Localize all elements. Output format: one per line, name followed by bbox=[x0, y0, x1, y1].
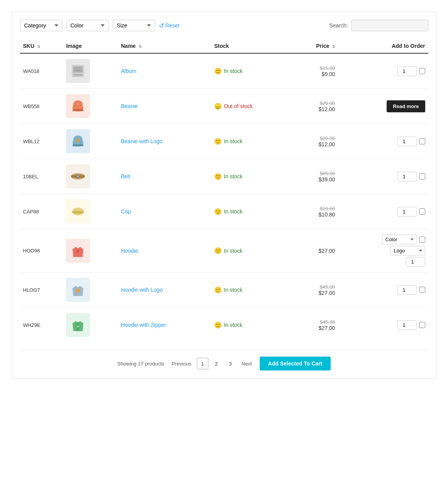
qty-checkbox-group bbox=[341, 137, 425, 146]
sku-cell: WB558 bbox=[20, 89, 63, 124]
variant-checkbox[interactable] bbox=[419, 237, 425, 243]
sku-cell: HLOG7 bbox=[20, 272, 63, 308]
sku-cell: WHZ9E bbox=[20, 308, 63, 343]
price-new: $39.00 bbox=[296, 176, 335, 183]
col-sku: SKU ⇅ bbox=[20, 39, 63, 53]
product-thumbnail bbox=[66, 239, 90, 263]
quantity-input[interactable] bbox=[397, 320, 417, 330]
previous-button[interactable]: Previous bbox=[169, 359, 194, 368]
price-old: $15.00 bbox=[296, 65, 335, 71]
stock-cell: 🙂In stock bbox=[211, 194, 292, 229]
in-stock-icon: 🙂 bbox=[214, 173, 222, 180]
stock-cell: 🙂In stock bbox=[211, 272, 292, 308]
page-3-button[interactable]: 3 bbox=[225, 358, 236, 369]
name-cell: Album bbox=[118, 53, 211, 89]
table-row: WBL12Beanie with Logo🙂In stock$20.00$12.… bbox=[20, 124, 428, 159]
table-row: 10BELBelt🙂In stock$65.00$39.00 bbox=[20, 159, 428, 194]
quantity-input[interactable] bbox=[397, 285, 417, 295]
product-name-link[interactable]: Album bbox=[121, 68, 136, 74]
in-stock-icon: 🙂 bbox=[214, 68, 222, 75]
name-cell: Belt bbox=[118, 159, 211, 194]
read-more-button[interactable]: Read more bbox=[387, 100, 425, 112]
in-stock-icon: 🙂 bbox=[214, 247, 222, 254]
name-cell: Cap bbox=[118, 194, 211, 229]
add-checkbox[interactable] bbox=[419, 138, 425, 144]
add-checkbox[interactable] bbox=[419, 68, 425, 74]
stock-label: In stock bbox=[224, 68, 242, 74]
svg-rect-20 bbox=[76, 289, 80, 293]
product-name-link[interactable]: Beanie with Logo bbox=[121, 138, 162, 144]
add-checkbox[interactable] bbox=[419, 322, 425, 328]
product-name-link[interactable]: Belt bbox=[121, 173, 130, 179]
svg-rect-10 bbox=[73, 144, 83, 146]
sku-sort-icon[interactable]: ⇅ bbox=[37, 44, 40, 49]
quantity-input[interactable] bbox=[406, 257, 425, 267]
qty-checkbox-group bbox=[341, 320, 425, 330]
image-cell bbox=[63, 229, 118, 272]
page-2-button[interactable]: 2 bbox=[211, 358, 222, 369]
price-old: $45.00 bbox=[296, 319, 335, 325]
svg-text:woo: woo bbox=[76, 69, 81, 71]
product-name-link[interactable]: Beanie bbox=[121, 103, 138, 109]
qty-checkbox-group bbox=[341, 285, 425, 295]
quantity-input[interactable] bbox=[397, 66, 417, 76]
product-name-link[interactable]: Hoodie bbox=[121, 248, 138, 254]
name-cell: Hoodie bbox=[118, 229, 211, 272]
svg-rect-3 bbox=[73, 74, 83, 76]
stock-label: In stock bbox=[224, 138, 242, 144]
category-filter[interactable]: Category bbox=[20, 20, 63, 31]
stock-cell: 🙂In stock bbox=[211, 124, 292, 159]
search-area: Search: bbox=[329, 20, 428, 31]
sku-cell: CAP88 bbox=[20, 194, 63, 229]
reset-button[interactable]: ↺ Reset bbox=[159, 22, 180, 29]
add-order-cell: Color Logo bbox=[338, 229, 428, 272]
table-row: HLOG7Hoodie with Logo🙂In stock$45.00$27.… bbox=[20, 272, 428, 308]
quantity-input[interactable] bbox=[397, 137, 417, 146]
footer-row: Showing 17 products Previous 1 2 3 Next … bbox=[20, 350, 428, 370]
logo-variant-select[interactable]: Logo bbox=[391, 246, 425, 255]
in-stock-icon: 🙂 bbox=[214, 286, 222, 294]
col-image: Image bbox=[63, 39, 118, 53]
price-cell: $18.00$10.80 bbox=[292, 194, 338, 229]
main-container: Category Color Size ↺ Reset Search: SKU … bbox=[12, 12, 436, 379]
color-filter[interactable]: Color bbox=[66, 20, 109, 31]
stock-cell: 🙂In stock bbox=[211, 159, 292, 194]
price-cell: $45.00$27.00 bbox=[292, 272, 338, 308]
image-cell bbox=[63, 89, 118, 124]
table-row: HOO98Hoodie🙂In stock$27.00 Color Logo bbox=[20, 229, 428, 272]
table-row: CAP88Cap🙂In stock$18.00$10.80 bbox=[20, 194, 428, 229]
col-stock: Stock bbox=[211, 39, 292, 53]
quantity-input[interactable] bbox=[397, 207, 417, 217]
stock-cell: 🙂In stock bbox=[211, 229, 292, 272]
product-name-link[interactable]: Cap bbox=[121, 208, 131, 215]
name-sort-icon[interactable]: ⇅ bbox=[139, 44, 142, 49]
add-checkbox[interactable] bbox=[419, 208, 425, 215]
in-stock-icon: 🙂 bbox=[214, 321, 222, 329]
price-new: $10.80 bbox=[296, 211, 335, 218]
product-thumbnail bbox=[66, 164, 90, 188]
add-order-cell bbox=[338, 124, 428, 159]
search-input[interactable] bbox=[351, 20, 428, 31]
image-cell bbox=[63, 194, 118, 229]
product-name-link[interactable]: Hoodie with Logo bbox=[121, 287, 162, 293]
svg-rect-6 bbox=[73, 109, 83, 111]
add-selected-to-cart-button[interactable]: Add Selected To Cart bbox=[260, 357, 331, 370]
search-label: Search: bbox=[329, 22, 348, 29]
quantity-input[interactable] bbox=[397, 172, 417, 181]
page-1-button[interactable]: 1 bbox=[197, 358, 208, 369]
add-checkbox[interactable] bbox=[419, 173, 425, 179]
price-sort-icon[interactable]: ⇅ bbox=[332, 44, 335, 49]
add-checkbox[interactable] bbox=[419, 287, 425, 293]
color-variant-select[interactable]: Color bbox=[382, 235, 417, 244]
in-stock-icon: 🙂 bbox=[214, 208, 222, 215]
price-cell: $65.00$39.00 bbox=[292, 159, 338, 194]
stock-label: In stock bbox=[224, 322, 242, 328]
product-name-link[interactable]: Hoodie with Zipper bbox=[121, 322, 166, 328]
size-filter[interactable]: Size bbox=[113, 20, 155, 31]
name-cell: Hoodie with Zipper bbox=[118, 308, 211, 343]
name-cell: Hoodie with Logo bbox=[118, 272, 211, 308]
next-button[interactable]: Next bbox=[238, 359, 255, 368]
price-new: $27.00 bbox=[296, 325, 335, 331]
product-thumbnail bbox=[66, 313, 90, 337]
table-header-row: SKU ⇅ Image Name ⇅ Stock Price ⇅ Add to … bbox=[20, 39, 428, 53]
